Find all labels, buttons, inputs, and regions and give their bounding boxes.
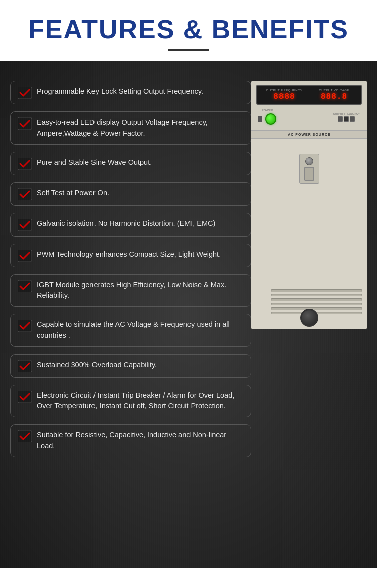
- title-underline: [168, 49, 209, 51]
- output-frequency-display: OUTPUT FREQUENCY 8888: [261, 89, 307, 101]
- device-wheel: [300, 309, 318, 327]
- switch-row: [338, 116, 355, 122]
- device-top-panel: OUTPUT FREQUENCY 8888 OUTPUT VOLTAGE 888…: [251, 81, 367, 131]
- checkmark-icon-4: [18, 188, 32, 200]
- feature-item-8: Capable to simulate the AC Voltage & Fre…: [10, 314, 251, 347]
- dark-section: Programmable Key Lock Setting Output Fre…: [0, 61, 377, 568]
- led-display-area: OUTPUT FREQUENCY 8888 OUTPUT VOLTAGE 888…: [256, 85, 362, 105]
- device-label: AC POWER SOURCE: [251, 131, 367, 139]
- freq-digits: 8888: [261, 93, 307, 101]
- feature-text-6: PWM Technology enhances Compact Size, Li…: [37, 249, 221, 260]
- feature-item-4: Self Test at Power On.: [10, 182, 251, 206]
- checkmark-icon-9: [18, 360, 32, 372]
- feature-text-4: Self Test at Power On.: [37, 188, 109, 199]
- power-on-button[interactable]: [265, 113, 276, 125]
- feature-text-7: IGBT Module generates High Efficiency, L…: [37, 280, 244, 302]
- switch-btn-1[interactable]: [338, 116, 343, 122]
- feature-item-7: IGBT Module generates High Efficiency, L…: [10, 274, 251, 307]
- checkmark-icon-3: [18, 158, 32, 170]
- door-handle-area: [299, 154, 319, 184]
- checkmark-icon-5: [18, 219, 32, 231]
- checkmark-icon-2: [18, 117, 32, 130]
- output-voltage-display: OUTPUT VOLTAGE 888.8: [311, 89, 357, 101]
- feature-item-11: Suitable for Resistive, Capacitive, Indu…: [10, 424, 251, 457]
- checkmark-icon-8: [18, 320, 32, 332]
- vent-slots: [271, 289, 362, 314]
- feature-item-5: Galvanic isolation. No Harmonic Distorti…: [10, 213, 251, 237]
- handle-knob: [305, 157, 313, 165]
- feature-item-6: PWM Technology enhances Compact Size, Li…: [10, 244, 251, 267]
- checkmark-icon-7: [18, 280, 32, 292]
- feature-item-9: Sustained 300% Overload Capability.: [10, 354, 251, 378]
- checkmark-icon-10: [18, 391, 32, 403]
- feature-text-1: Programmable Key Lock Setting Output Fre…: [37, 86, 203, 97]
- vent-line-3: [271, 298, 362, 301]
- power-label-text: POWER: [262, 109, 273, 112]
- feature-item-10: Electronic Circuit / Instant Trip Breake…: [10, 385, 251, 418]
- checkmark-icon-1: [18, 87, 32, 99]
- device-illustration: OUTPUT FREQUENCY 8888 OUTPUT VOLTAGE 888…: [251, 81, 367, 329]
- freq-switches: OUTPUT FREQUENCY: [333, 112, 360, 122]
- freq-switch-label: OUTPUT FREQUENCY: [333, 112, 360, 115]
- vent-line-1: [271, 289, 362, 292]
- header-section: FEATURES & BENEFITS: [0, 0, 377, 61]
- feature-text-5: Galvanic isolation. No Harmonic Distorti…: [37, 218, 215, 229]
- feature-text-3: Pure and Stable Sine Wave Output.: [37, 157, 152, 168]
- vent-line-4: [271, 303, 362, 305]
- handle-slot: [304, 167, 314, 181]
- checkmark-icon-11: [18, 430, 32, 442]
- vent-line-5: [271, 307, 362, 310]
- vent-line-2: [271, 294, 362, 296]
- output-volt-label: OUTPUT VOLTAGE: [311, 89, 357, 92]
- feature-item-1: Programmable Key Lock Setting Output Fre…: [10, 81, 251, 104]
- feature-text-2: Easy-to-read LED display Output Voltage …: [37, 117, 244, 139]
- feature-item-3: Pure and Stable Sine Wave Output.: [10, 152, 251, 175]
- page-title: FEATURES & BENEFITS: [10, 15, 367, 44]
- power-section: POWER: [258, 109, 276, 125]
- off-set-button[interactable]: [258, 116, 262, 122]
- feature-item-2: Easy-to-read LED display Output Voltage …: [10, 111, 251, 145]
- switch-btn-2[interactable]: [344, 116, 349, 122]
- feature-text-11: Suitable for Resistive, Capacitive, Indu…: [37, 430, 244, 452]
- controls-row: POWER OUTPUT FREQUENCY: [256, 109, 362, 125]
- checkmark-icon-6: [18, 250, 32, 262]
- feature-text-8: Capable to simulate the AC Voltage & Fre…: [37, 319, 244, 341]
- feature-text-10: Electronic Circuit / Instant Trip Breake…: [37, 390, 244, 412]
- device-image-column: OUTPUT FREQUENCY 8888 OUTPUT VOLTAGE 888…: [251, 76, 367, 553]
- features-column: Programmable Key Lock Setting Output Fre…: [10, 76, 251, 553]
- feature-text-9: Sustained 300% Overload Capability.: [37, 360, 157, 371]
- volt-digits: 888.8: [311, 93, 357, 101]
- output-freq-label: OUTPUT FREQUENCY: [261, 89, 307, 92]
- switch-btn-3[interactable]: [350, 116, 355, 122]
- device-body: [251, 139, 367, 329]
- power-buttons: [258, 113, 276, 125]
